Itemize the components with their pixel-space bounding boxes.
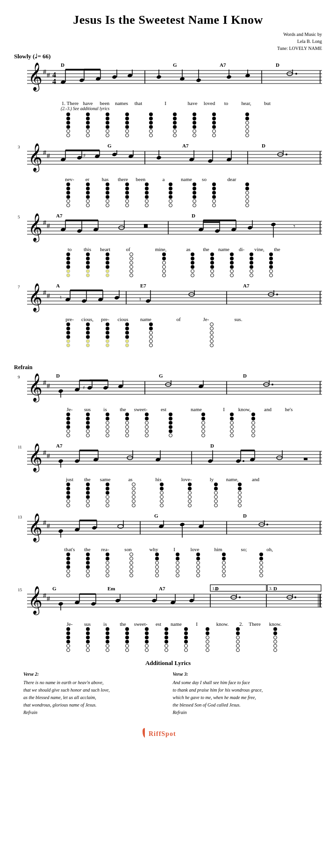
svg-text:#: #: [43, 379, 46, 386]
svg-text:G: G: [52, 586, 57, 591]
svg-point-19: [79, 78, 84, 82]
guitar-chords-system-6: [14, 483, 322, 507]
svg-rect-218: [304, 458, 307, 460]
svg-text:A7: A7: [56, 213, 63, 218]
svg-point-59: [77, 155, 82, 160]
staff-svg-7: 𝄞 # # 13 G D: [14, 512, 322, 545]
system-8: 𝄞 # # 15 G Em A7 1.2. D 3. D: [14, 582, 322, 652]
svg-point-95: [77, 229, 82, 233]
svg-point-286: [189, 598, 194, 602]
verse-3-column: Verse 3: And some day I shall see him fa…: [173, 671, 313, 716]
verses-row: Verse 2: There is no name in earth or he…: [23, 671, 313, 716]
lyrics-system-7: that's the rea- son why I love him so; o…: [14, 546, 322, 552]
svg-rect-101: [144, 224, 148, 228]
system-5: 𝄞 # # 9 D G D ♯: [14, 372, 322, 437]
svg-point-169: [87, 385, 92, 390]
svg-point-142: [145, 299, 150, 303]
svg-point-171: [103, 385, 108, 390]
svg-point-148: [276, 294, 278, 295]
svg-text:#: #: [47, 293, 50, 300]
svg-text:#: #: [47, 523, 50, 530]
svg-text:E7: E7: [140, 283, 146, 288]
svg-text:#: #: [43, 449, 46, 456]
additional-lyrics-section: Additional Lyrics Verse 2: There is no n…: [14, 659, 322, 716]
tempo-marking: Slowly (♩= 66): [14, 53, 322, 60]
system-3: 𝄞 # # 5 A7 D: [14, 212, 322, 277]
svg-point-282: [151, 598, 157, 602]
system-7: 𝄞 # # 13 G D: [14, 512, 322, 577]
guitar-chords-system-2: [14, 182, 322, 207]
staff-svg-6: 𝄞 # # 11 A7 D: [14, 442, 322, 475]
svg-point-73: [207, 159, 213, 163]
verse-3-text: And some day I shall see him face to fac…: [173, 679, 313, 716]
svg-text:D: D: [210, 443, 214, 448]
svg-text:13: 13: [18, 515, 22, 519]
svg-text:G: G: [154, 513, 158, 518]
lyrics-system-8: Je- sus is the sweet- est name I know. 2…: [14, 621, 322, 627]
lyrics-system-1: 1. There have been names that I have lov…: [14, 100, 322, 106]
svg-text:#: #: [47, 223, 50, 230]
svg-text:♯: ♯: [83, 385, 85, 390]
lyrics-system-2: nev- er has there been a name so dear: [14, 176, 322, 182]
svg-point-280: [115, 598, 120, 602]
svg-point-108: [247, 225, 252, 230]
guitar-chords-system-5: [14, 413, 322, 437]
svg-text:𝄞: 𝄞: [28, 213, 43, 243]
riffspot-svg: RiffSpot: [140, 726, 196, 740]
svg-point-250: [266, 524, 268, 525]
svg-text:RiffSpot: RiffSpot: [149, 730, 176, 737]
svg-point-277: [91, 602, 96, 606]
svg-point-237: [92, 525, 97, 530]
svg-text:A7: A7: [243, 283, 250, 288]
verse-2-column: Verse 2: There is no name in earth or he…: [23, 671, 164, 716]
svg-text:#: #: [43, 519, 46, 526]
svg-text:9: 9: [18, 375, 20, 379]
svg-text:4: 4: [52, 77, 56, 85]
additional-lyrics-heading: Additional Lyrics: [23, 659, 313, 667]
svg-point-23: [112, 75, 117, 79]
svg-point-199: [74, 459, 79, 463]
guitar-chords-system-1: [14, 112, 322, 137]
svg-text:D: D: [61, 62, 64, 68]
svg-point-79: [286, 154, 287, 155]
svg-text:7: 7: [18, 285, 20, 289]
svg-text:D: D: [243, 373, 247, 378]
svg-text:𝄾: 𝄾: [293, 225, 295, 228]
svg-text:D: D: [262, 143, 265, 148]
svg-text:3.: 3.: [269, 586, 272, 591]
svg-text:𝄞: 𝄞: [28, 143, 43, 173]
svg-text:D: D: [243, 513, 247, 518]
svg-text:#: #: [43, 289, 46, 296]
svg-text:#: #: [47, 595, 50, 602]
lyrics-system-4: pre- cious, pre- cious name of Je- sus.: [14, 316, 322, 322]
svg-text:A: A: [56, 283, 60, 288]
svg-text:A7: A7: [159, 586, 165, 591]
guitar-chords-system-7: [14, 553, 322, 577]
attribution: Words and Music by Lela B. Long Tune: LO…: [14, 31, 322, 52]
guitar-chords-system-8: [14, 627, 322, 652]
staff-svg-3: 𝄞 # # 5 A7 D: [14, 212, 322, 245]
refrain-label: Refrain: [14, 364, 322, 371]
svg-point-290: [239, 596, 241, 598]
system-6: 𝄞 # # 11 A7 D: [14, 442, 322, 507]
svg-text:D: D: [192, 213, 195, 218]
svg-text:#: #: [47, 153, 50, 160]
staff-svg-8: 𝄞 # # 15 G Em A7 1.2. D 3. D: [14, 582, 322, 619]
svg-text:A7: A7: [56, 443, 63, 448]
svg-text:𝄞: 𝄞: [28, 373, 43, 403]
svg-text:G: G: [159, 373, 163, 378]
svg-rect-263: [210, 585, 266, 591]
svg-point-64: [112, 152, 117, 156]
lyrics-system-5: Je- sus is the sweet- est name I know, a…: [14, 406, 322, 412]
svg-text:#: #: [43, 592, 46, 599]
svg-text:♯: ♯: [83, 153, 86, 158]
guitar-chords-system-3: [14, 252, 322, 277]
svg-text:G: G: [173, 62, 177, 68]
svg-text:5: 5: [18, 215, 20, 219]
svg-text:A7: A7: [182, 143, 189, 148]
system-4: 𝄞 # # 7 A E7 A7 ♮ ♮: [14, 282, 322, 347]
riffspot-logo: RiffSpot: [14, 726, 322, 742]
staff-svg-1: 𝄞 # # 4 4 D G A7 D: [14, 61, 322, 98]
svg-text:D: D: [56, 373, 60, 378]
svg-point-293: [294, 596, 296, 598]
